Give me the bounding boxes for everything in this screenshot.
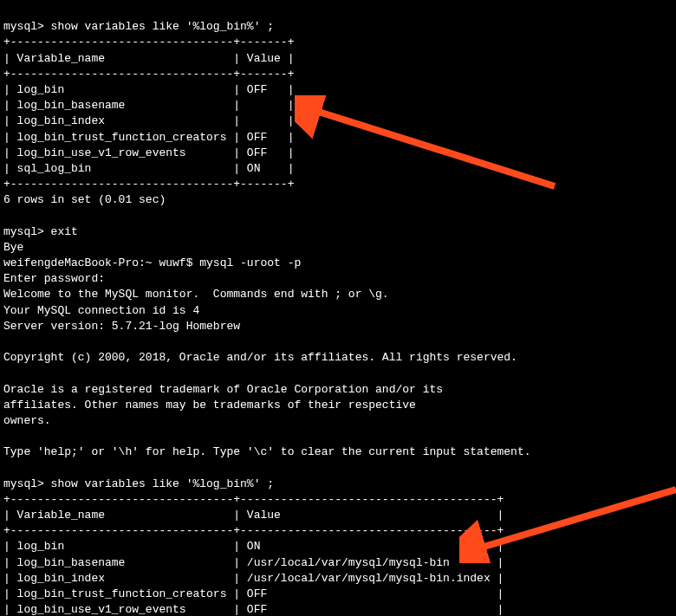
table1-row: | log_bin_use_v1_row_events | OFF | (3, 146, 294, 159)
enter-password: Enter password: (3, 272, 105, 285)
mysql-prompt-2: mysql> show variables like '%log_bin%' ; (3, 477, 274, 490)
bye: Bye (3, 241, 23, 254)
oracle-trademark-2: affiliates. Other names may be trademark… (3, 399, 416, 412)
table2-row: | log_bin_use_v1_row_events | OFF | (3, 603, 504, 616)
copyright-line: Copyright (c) 2000, 2018, Oracle and/or … (3, 351, 517, 364)
terminal-output: mysql> show variables like '%log_bin%' ;… (3, 3, 673, 616)
mysql-exit: mysql> exit (3, 225, 78, 238)
table1-row: | log_bin | OFF | (3, 83, 294, 96)
table2-row: | log_bin_index | /usr/local/var/mysql/m… (3, 572, 504, 585)
mysql-prompt-1: mysql> show variables like '%log_bin%' ; (3, 20, 274, 33)
table1-row: | log_bin_trust_function_creators | OFF … (3, 131, 294, 144)
table1-row: | log_bin_basename | | (3, 99, 294, 112)
table2-border-top: +---------------------------------+-----… (3, 493, 504, 506)
table1-row: | log_bin_index | | (3, 114, 294, 127)
table1-border-mid: +---------------------------------+-----… (3, 68, 294, 81)
oracle-trademark-3: owners. (3, 414, 51, 427)
shell-prompt: weifengdeMacBook-Pro:~ wuwf$ mysql -uroo… (3, 256, 301, 269)
oracle-trademark-1: Oracle is a registered trademark of Orac… (3, 383, 443, 396)
table2-row: | log_bin | ON | (3, 540, 504, 553)
connection-id: Your MySQL connection id is 4 (3, 304, 199, 317)
table1-row: | sql_log_bin | ON | (3, 162, 294, 175)
table1-border-top: +---------------------------------+-----… (3, 36, 294, 49)
table2-row: | log_bin_basename | /usr/local/var/mysq… (3, 556, 504, 569)
table1-header: | Variable_name | Value | (3, 52, 294, 65)
table1-summary: 6 rows in set (0.01 sec) (3, 193, 166, 206)
table1-border-bot: +---------------------------------+-----… (3, 178, 294, 191)
server-version: Server version: 5.7.21-log Homebrew (3, 320, 240, 333)
help-line: Type 'help;' or '\h' for help. Type '\c'… (3, 445, 531, 458)
table2-row: | log_bin_trust_function_creators | OFF … (3, 587, 504, 600)
welcome-line: Welcome to the MySQL monitor. Commands e… (3, 288, 389, 301)
table2-border-mid: +---------------------------------+-----… (3, 524, 504, 537)
table2-header: | Variable_name | Value | (3, 509, 504, 522)
